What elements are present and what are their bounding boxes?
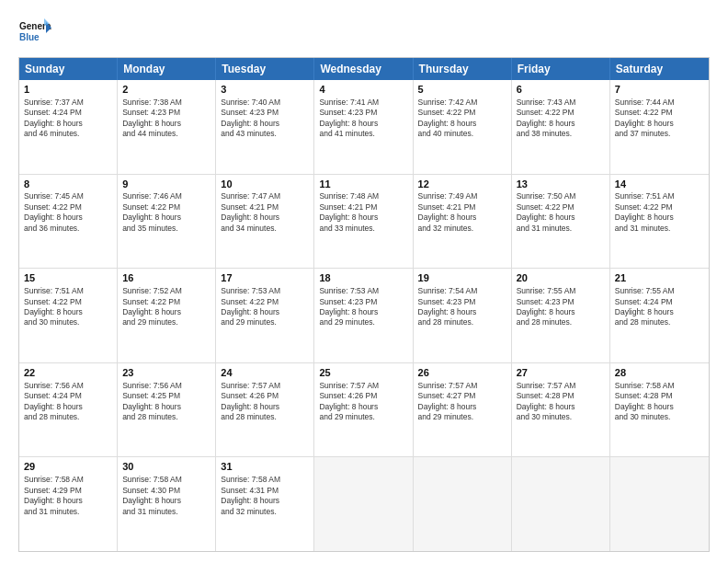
cell-info: Sunrise: 7:52 AM <box>122 286 210 296</box>
cell-info: Daylight: 8 hours <box>418 402 506 412</box>
cell-info: Sunrise: 7:47 AM <box>221 191 309 201</box>
day-number: 20 <box>517 271 605 285</box>
day-number: 30 <box>122 460 210 474</box>
cell-info: Daylight: 8 hours <box>221 307 309 317</box>
cell-info: Sunset: 4:23 PM <box>122 108 210 118</box>
cell-info: Daylight: 8 hours <box>517 307 605 317</box>
cell-info: Daylight: 8 hours <box>517 213 605 223</box>
cell-info: and 46 minutes. <box>24 129 112 139</box>
cell-info: Sunset: 4:23 PM <box>517 297 605 307</box>
day-number: 17 <box>221 271 309 285</box>
cell-info: Sunrise: 7:38 AM <box>122 98 210 108</box>
cell-info: Sunset: 4:22 PM <box>122 202 210 213</box>
cell-info: Daylight: 8 hours <box>221 213 309 223</box>
header-day-friday: Friday <box>512 58 610 80</box>
cal-cell: 18Sunrise: 7:53 AMSunset: 4:23 PMDayligh… <box>314 269 413 362</box>
cal-cell: 2Sunrise: 7:38 AMSunset: 4:23 PMDaylight… <box>118 80 216 174</box>
cell-info: Sunrise: 7:51 AM <box>615 191 704 201</box>
cal-cell: 9Sunrise: 7:46 AMSunset: 4:22 PMDaylight… <box>118 175 216 269</box>
cell-info: Sunset: 4:22 PM <box>122 297 210 307</box>
header-day-tuesday: Tuesday <box>216 58 314 80</box>
cal-cell: 3Sunrise: 7:40 AMSunset: 4:23 PMDaylight… <box>216 80 314 174</box>
cell-info: and 28 minutes. <box>24 412 112 422</box>
calendar-body: 1Sunrise: 7:37 AMSunset: 4:24 PMDaylight… <box>19 80 709 551</box>
cell-info: Daylight: 8 hours <box>319 402 407 412</box>
cell-info: Sunrise: 7:58 AM <box>615 381 704 391</box>
header-day-monday: Monday <box>118 58 216 80</box>
cell-info: Daylight: 8 hours <box>24 402 112 412</box>
cal-cell: 6Sunrise: 7:43 AMSunset: 4:22 PMDaylight… <box>512 80 610 174</box>
cell-info: Daylight: 8 hours <box>24 213 112 223</box>
cell-info: Sunrise: 7:49 AM <box>418 191 506 201</box>
cell-info: Daylight: 8 hours <box>122 119 210 129</box>
cell-info: and 33 minutes. <box>319 224 407 234</box>
cell-info: Sunrise: 7:57 AM <box>319 381 407 391</box>
cell-info: Sunrise: 7:40 AM <box>221 98 309 108</box>
day-number: 10 <box>221 178 309 191</box>
header-day-thursday: Thursday <box>414 58 512 80</box>
cell-info: Sunset: 4:30 PM <box>122 486 210 496</box>
cell-info: Sunset: 4:23 PM <box>221 108 309 118</box>
cell-info: Sunrise: 7:45 AM <box>24 191 112 201</box>
calendar-row-5: 29Sunrise: 7:58 AMSunset: 4:29 PMDayligh… <box>19 457 709 551</box>
cell-info: Sunrise: 7:50 AM <box>517 191 605 201</box>
cal-cell: 21Sunrise: 7:55 AMSunset: 4:24 PMDayligh… <box>610 269 709 362</box>
cell-info: Daylight: 8 hours <box>122 402 210 412</box>
day-number: 11 <box>319 178 407 191</box>
cell-info: Sunset: 4:25 PM <box>122 391 210 401</box>
calendar-row-2: 8Sunrise: 7:45 AMSunset: 4:22 PMDaylight… <box>19 175 709 270</box>
cell-info: Sunset: 4:22 PM <box>418 108 506 118</box>
cell-info: Sunset: 4:27 PM <box>418 391 506 401</box>
cell-info: Sunrise: 7:56 AM <box>122 381 210 391</box>
cell-info: Sunrise: 7:43 AM <box>517 98 605 108</box>
day-number: 15 <box>24 271 112 285</box>
cell-info: and 28 minutes. <box>122 412 210 422</box>
cell-info: and 35 minutes. <box>122 224 210 234</box>
cal-cell: 12Sunrise: 7:49 AMSunset: 4:21 PMDayligh… <box>414 175 512 269</box>
cell-info: Sunrise: 7:58 AM <box>24 475 112 485</box>
day-number: 6 <box>517 83 605 97</box>
day-number: 2 <box>122 83 210 97</box>
cal-cell: 22Sunrise: 7:56 AMSunset: 4:24 PMDayligh… <box>19 363 118 457</box>
day-number: 22 <box>24 366 112 380</box>
logo: General Blue <box>18 17 51 50</box>
day-number: 14 <box>615 178 704 191</box>
cell-info: Daylight: 8 hours <box>122 496 210 506</box>
cell-info: Daylight: 8 hours <box>615 213 704 223</box>
cal-cell: 4Sunrise: 7:41 AMSunset: 4:23 PMDaylight… <box>314 80 413 174</box>
cell-info: Sunset: 4:23 PM <box>418 297 506 307</box>
cell-info: Sunset: 4:24 PM <box>615 297 704 307</box>
day-number: 7 <box>615 83 704 97</box>
day-number: 18 <box>319 271 407 285</box>
day-number: 19 <box>418 271 506 285</box>
cell-info: and 34 minutes. <box>221 224 309 234</box>
cell-info: and 30 minutes. <box>517 412 605 422</box>
cell-info: and 29 minutes. <box>418 412 506 422</box>
day-number: 26 <box>418 366 506 380</box>
cell-info: Sunset: 4:24 PM <box>24 108 112 118</box>
cell-info: Daylight: 8 hours <box>615 119 704 129</box>
cell-info: and 31 minutes. <box>615 224 704 234</box>
day-number: 9 <box>122 178 210 191</box>
cell-info: Sunrise: 7:55 AM <box>615 286 704 296</box>
cell-info: and 29 minutes. <box>122 317 210 327</box>
cell-info: Sunrise: 7:58 AM <box>221 475 309 485</box>
cell-info: Daylight: 8 hours <box>319 307 407 317</box>
cell-info: Sunrise: 7:53 AM <box>319 286 407 296</box>
cell-info: Sunrise: 7:41 AM <box>319 98 407 108</box>
cell-info: and 28 minutes. <box>418 317 506 327</box>
cell-info: Sunset: 4:21 PM <box>319 202 407 213</box>
cell-info: Sunrise: 7:57 AM <box>221 381 309 391</box>
cell-info: Sunset: 4:28 PM <box>517 391 605 401</box>
cell-info: Daylight: 8 hours <box>122 307 210 317</box>
cell-info: Daylight: 8 hours <box>615 402 704 412</box>
cell-info: Sunset: 4:28 PM <box>615 391 704 401</box>
cell-info: Sunset: 4:23 PM <box>319 108 407 118</box>
cell-info: Sunset: 4:22 PM <box>517 202 605 213</box>
cell-info: and 38 minutes. <box>517 129 605 139</box>
cal-cell: 28Sunrise: 7:58 AMSunset: 4:28 PMDayligh… <box>610 363 709 457</box>
cell-info: Sunset: 4:26 PM <box>319 391 407 401</box>
cal-cell: 5Sunrise: 7:42 AMSunset: 4:22 PMDaylight… <box>414 80 512 174</box>
cell-info: and 28 minutes. <box>517 317 605 327</box>
day-number: 4 <box>319 83 407 97</box>
